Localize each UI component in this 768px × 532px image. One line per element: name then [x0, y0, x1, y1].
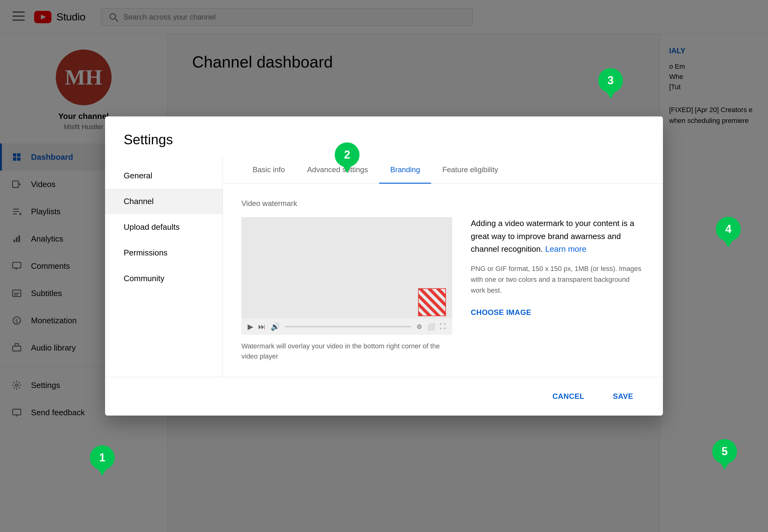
modal-body: General Channel Upload defaults Permissi… [105, 157, 663, 377]
modal-footer: CANCEL SAVE [105, 377, 663, 416]
tab-feature-eligibility[interactable]: Feature eligibility [431, 157, 509, 184]
video-preview: ▶ ⏭ 🔊 ⚙ ⬜ ⛶ [242, 217, 452, 361]
settings-nav-permissions[interactable]: Permissions [105, 240, 223, 266]
step-3-indicator: 3 [598, 68, 623, 93]
settings-video-icon[interactable]: ⚙ [417, 323, 422, 330]
learn-more-link[interactable]: Learn more [545, 244, 587, 254]
tab-branding[interactable]: Branding [379, 157, 431, 184]
modal-header: Settings [105, 116, 663, 157]
watermark-description: Adding a video watermark to your content… [471, 217, 644, 256]
watermark-spec: PNG or GIF format, 150 x 150 px, 1MB (or… [471, 263, 644, 296]
step-4-indicator: 4 [716, 217, 741, 242]
miniplayer-icon[interactable]: ⬜ [427, 323, 435, 330]
choose-image-button[interactable]: CHOOSE IMAGE [471, 308, 531, 317]
tab-basic-info[interactable]: Basic info [242, 157, 296, 184]
cancel-button[interactable]: CANCEL [541, 386, 596, 406]
settings-nav-community[interactable]: Community [105, 266, 223, 291]
settings-sidebar: General Channel Upload defaults Permissi… [105, 157, 223, 377]
skip-icon[interactable]: ⏭ [258, 322, 266, 331]
video-caption: Watermark will overlay your video in the… [242, 341, 452, 361]
play-icon[interactable]: ▶ [248, 322, 253, 331]
modal-overlay[interactable]: Settings General Channel Upload defaults… [0, 0, 768, 532]
settings-nav-upload-defaults[interactable]: Upload defaults [105, 214, 223, 240]
save-button[interactable]: SAVE [602, 386, 644, 406]
step-1-indicator: 1 [90, 445, 115, 470]
settings-nav-general[interactable]: General [105, 163, 223, 189]
settings-content: Basic info Advanced settings Branding Fe… [223, 157, 663, 377]
step-5-indicator: 5 [712, 439, 737, 464]
watermark-info: Adding a video watermark to your content… [471, 217, 644, 361]
tab-content-branding: Video watermark ▶ ⏭ [223, 184, 663, 377]
watermark-stripes [418, 288, 446, 316]
settings-nav-channel[interactable]: Channel [105, 189, 223, 214]
control-right-buttons: ⚙ ⬜ ⛶ [417, 323, 446, 330]
video-controls: ▶ ⏭ 🔊 ⚙ ⬜ ⛶ [242, 319, 452, 335]
volume-icon[interactable]: 🔊 [271, 322, 280, 331]
watermark-overlay [418, 288, 446, 316]
progress-bar[interactable] [285, 326, 412, 327]
watermark-section: ▶ ⏭ 🔊 ⚙ ⬜ ⛶ [242, 217, 644, 361]
step-2-indicator: 2 [335, 142, 360, 167]
app-background: Studio MH Your channel Misfit Hustler [0, 0, 768, 532]
section-label: Video watermark [242, 199, 644, 208]
fullscreen-icon[interactable]: ⛶ [440, 323, 446, 330]
modal-title: Settings [124, 132, 644, 147]
video-player: ▶ ⏭ 🔊 ⚙ ⬜ ⛶ [242, 217, 452, 335]
settings-modal: Settings General Channel Upload defaults… [105, 116, 663, 416]
tabs: Basic info Advanced settings Branding Fe… [223, 157, 663, 184]
